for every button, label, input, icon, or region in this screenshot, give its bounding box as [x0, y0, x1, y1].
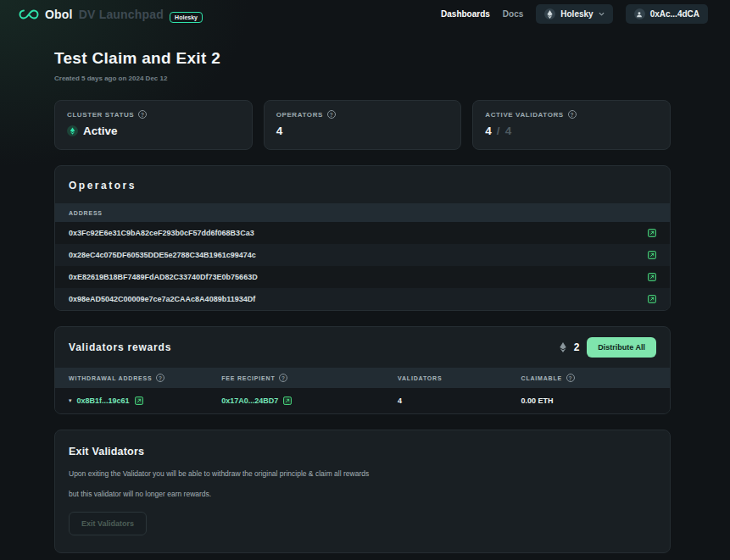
operator-address: 0x98eAD5042C00009e7ce7a2CAAc8A4089b11934… — [69, 295, 255, 303]
operator-address: 0x28eC4c075DF60535DDE5e2788C34B1961c9947… — [69, 251, 256, 259]
header-nav: Dashboards Docs Holesky — [441, 4, 708, 24]
rewards-table-row: ▾ 0x8B1f...19c61 0x17A0...24BD7 — [55, 388, 670, 413]
operator-address: 0xE82619B18BF7489FdAD82C33740Df73E0b7566… — [69, 273, 258, 281]
network-selector-label: Holesky — [560, 9, 593, 19]
rewards-table-header: WITHDRAWAL ADDRESS ? FEE RECIPIENT ? VAL… — [55, 368, 670, 388]
active-validators-separator: / — [497, 125, 500, 137]
operators-card: OPERATORS ? 4 — [264, 100, 462, 150]
validators-column-header: VALIDATORS — [398, 375, 442, 381]
rewards-validators-count: 4 — [398, 396, 521, 405]
status-active-icon — [67, 125, 78, 136]
distribute-all-button[interactable]: Distribute All — [587, 337, 656, 358]
main-content: Test Claim and Exit 2 Created 5 days ago… — [54, 49, 671, 553]
cluster-status-label: CLUSTER STATUS — [67, 111, 134, 119]
help-icon[interactable]: ? — [327, 110, 336, 119]
operators-table-body: 0x3Fc92E6e31C9bA82ceF293b0cF57dd6f068B3C… — [55, 222, 670, 310]
external-link-icon[interactable] — [648, 295, 656, 303]
external-link-icon[interactable] — [648, 251, 656, 259]
brand-name: Obol — [45, 8, 73, 21]
active-validators-total: 4 — [505, 125, 512, 137]
brand[interactable]: Obol DV Launchpad Holesky — [19, 6, 203, 23]
withdrawal-address-column-header: WITHDRAWAL ADDRESS — [69, 375, 152, 381]
wallet-address-label: 0xAc...4dCA — [650, 9, 699, 19]
active-validators-card: ACTIVE VALIDATORS ? 4 / 4 — [472, 100, 671, 150]
app-root: Obol DV Launchpad Holesky Dashboards Doc… — [0, 0, 730, 560]
operator-address: 0x3Fc92E6e31C9bA82ceF293b0cF57dd6f068B3C… — [69, 229, 254, 237]
ethereum-icon — [560, 342, 566, 352]
rewards-section: Validators rewards 2 Distribute All WITH… — [54, 326, 671, 414]
network-badge: Holesky — [170, 12, 203, 23]
operators-section-title: Operators — [69, 180, 656, 191]
exit-section: Exit Validators Upon exiting the Validat… — [54, 430, 671, 553]
nav-dashboards[interactable]: Dashboards — [441, 9, 490, 19]
exit-validators-button[interactable]: Exit Validators — [69, 512, 147, 535]
exit-description-line1: Upon exiting the Validator you will be a… — [69, 469, 656, 478]
help-icon[interactable]: ? — [279, 374, 287, 382]
external-link-icon[interactable] — [283, 396, 292, 405]
header: Obol DV Launchpad Holesky Dashboards Doc… — [0, 0, 730, 26]
rewards-eth-count: 2 — [574, 341, 580, 353]
operators-count: 4 — [276, 125, 283, 137]
rewards-claimable-value: 0.00 ETH — [521, 396, 656, 405]
table-row: 0xE82619B18BF7489FdAD82C33740Df73E0b7566… — [55, 266, 670, 288]
active-validators-count: 4 — [485, 125, 492, 137]
address-column-header: ADDRESS — [69, 210, 103, 216]
active-validators-label: ACTIVE VALIDATORS — [485, 111, 563, 119]
help-icon[interactable]: ? — [568, 110, 577, 119]
help-icon[interactable]: ? — [566, 374, 575, 382]
obol-logo-icon — [19, 9, 39, 19]
operators-table-header: ADDRESS — [55, 203, 670, 222]
rewards-section-title: Validators rewards — [69, 341, 171, 353]
page-title: Test Claim and Exit 2 — [54, 49, 671, 68]
wallet-button[interactable]: 0xAc...4dCA — [626, 4, 708, 24]
network-selector[interactable]: Holesky — [536, 4, 612, 24]
fee-recipient-link[interactable]: 0x17A0...24BD7 — [221, 396, 278, 405]
operators-label: OPERATORS — [276, 111, 323, 119]
chevron-down-icon — [599, 12, 605, 16]
operators-section: Operators ADDRESS 0x3Fc92E6e31C9bA82ceF2… — [54, 165, 671, 311]
table-row: 0x98eAD5042C00009e7ce7a2CAAc8A4089b11934… — [55, 288, 670, 310]
page-subtitle: Created 5 days ago on 2024 Dec 12 — [54, 75, 671, 82]
external-link-icon[interactable] — [135, 396, 143, 405]
help-icon[interactable]: ? — [156, 374, 164, 382]
brand-product: DV Launchpad — [79, 8, 164, 21]
table-row: 0x3Fc92E6e31C9bA82ceF293b0cF57dd6f068B3C… — [55, 222, 670, 244]
external-link-icon[interactable] — [648, 229, 656, 237]
expand-row-caret-icon[interactable]: ▾ — [69, 397, 72, 404]
exit-section-title: Exit Validators — [69, 446, 656, 457]
claimable-column-header: CLAIMABLE — [521, 375, 562, 381]
person-icon — [634, 8, 645, 19]
table-row: 0x28eC4c075DF60535DDE5e2788C34B1961c9947… — [55, 244, 670, 266]
stats-row: CLUSTER STATUS ? Active OPE — [54, 100, 671, 150]
withdrawal-address-link[interactable]: 0x8B1f...19c61 — [77, 396, 130, 405]
fee-recipient-column-header: FEE RECIPIENT — [221, 375, 275, 381]
external-link-icon[interactable] — [648, 273, 656, 281]
help-icon[interactable]: ? — [138, 110, 147, 119]
nav-docs[interactable]: Docs — [503, 9, 523, 19]
cluster-status-value: Active — [83, 125, 118, 137]
exit-description-line2: but this validator will no longer earn r… — [69, 490, 656, 498]
ethereum-icon — [544, 8, 555, 19]
cluster-status-card: CLUSTER STATUS ? Active — [54, 100, 253, 150]
